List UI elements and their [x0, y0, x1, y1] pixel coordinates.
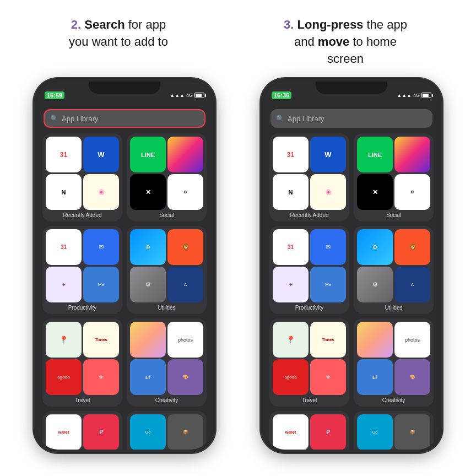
- folder-travel-icons: 📍 Times agoda ✿: [46, 322, 119, 395]
- step2-block: 2. Search for appyou want to add to: [69, 17, 168, 67]
- p2-folder-productivity-label: Productivity: [295, 305, 324, 311]
- p2-icon-lr: Lr: [357, 359, 393, 395]
- p2-icon-mail: ✉: [310, 229, 346, 265]
- phone2-search-icon: 🔍: [276, 115, 284, 122]
- phone2-4g: 4G: [413, 93, 420, 98]
- phone1-battery: [194, 93, 204, 98]
- folder-creativity-label: Creativity: [155, 397, 178, 403]
- phone1-4g: 4G: [186, 93, 193, 98]
- phone1: 15:59 ▲▲▲ 4G 🔍 App Library: [34, 78, 215, 453]
- phone2-screen: 🔍 App Library 31 W N 🌸 Recently Added: [264, 105, 439, 450]
- phone2-time: 16:35: [272, 91, 291, 99]
- phone2-inner: 16:35 ▲▲▲ 4G 🔍 App Library: [264, 82, 439, 450]
- phone2-folder-travel: 📍 Times agoda ✿ Travel: [269, 318, 349, 407]
- icon-threads: ⊗: [167, 174, 203, 210]
- p2-icon-wallet: wallet: [273, 414, 309, 450]
- icon-x: ✕: [130, 174, 166, 210]
- p2-folder-productivity-icons: 31 ✉ ✦ Me: [273, 229, 346, 302]
- phone1-notch: [89, 82, 160, 94]
- phone1-folder-creativity: photos Lr 🎨 Creativity: [127, 318, 207, 407]
- folder-productivity-label: Productivity: [68, 305, 97, 311]
- p2-icon-agoda: agoda: [273, 359, 309, 395]
- p2-folder-creativity-icons: photos Lr 🎨: [357, 322, 430, 395]
- folder-wallet-icons: wallet P ▶ prime video: [46, 414, 119, 450]
- p2-folder-extra-icons: Go 📦 📱 🔲: [357, 414, 430, 450]
- phone2-folder-extra: Go 📦 📱 🔲: [354, 411, 434, 450]
- phone2-battery: [421, 93, 431, 98]
- p2-icon-cal2: 31: [273, 229, 309, 265]
- phone2-folder-recently-added: 31 W N 🌸 Recently Added: [269, 133, 349, 221]
- phone2-app-grid: 31 W N 🌸 Recently Added LINE ✕ ⊗: [264, 131, 439, 450]
- p2-folder-creativity-label: Creativity: [382, 397, 405, 403]
- p2-icon-googlemaps: 📍: [273, 322, 309, 358]
- phone1-status-bar: 15:59 ▲▲▲ 4G: [37, 82, 212, 105]
- icon-googlemaps: 📍: [46, 322, 82, 358]
- phone2-folder-social: LINE ✕ ⊗ Social: [354, 133, 434, 221]
- icon-purple: 🎨: [167, 359, 203, 395]
- p2-icon-airbnb: ✿: [310, 359, 346, 395]
- p2-icon-line: LINE: [357, 137, 393, 172]
- step2-num: 2.: [71, 18, 81, 31]
- phone1-folder-productivity: 31 ✉ ✦ Me Productivity: [42, 226, 122, 314]
- icon-photos: [130, 322, 166, 358]
- phone1-inner: 15:59 ▲▲▲ 4G 🔍 App Library: [37, 82, 212, 450]
- step2-bold: Search: [81, 18, 125, 31]
- instructions-row: 2. Search for appyou want to add to 3. L…: [0, 0, 476, 73]
- icon-wallet: wallet: [46, 414, 82, 450]
- p2-folder-wallet-icons: wallet P ▶ prime video: [273, 414, 346, 450]
- phone1-screen: 🔍 App Library 31 W N 🌸 Recentl: [37, 105, 212, 450]
- icon-star: 🌸: [83, 174, 119, 210]
- folder-recently-added-label: Recently Added: [63, 212, 101, 218]
- p2-icon-purple: 🎨: [394, 359, 430, 395]
- p2-icon-x: ✕: [357, 174, 393, 210]
- phone1-search-wrap: 🔍 App Library: [37, 105, 212, 131]
- p2-icon-notion: N: [273, 174, 309, 210]
- folder-creativity-icons: photos Lr 🎨: [130, 322, 203, 395]
- step3-block: 3. Long-press the appand move to homescr…: [284, 17, 407, 67]
- phone1-time: 15:59: [45, 91, 64, 99]
- phone1-search-bar[interactable]: 🔍 App Library: [44, 109, 205, 128]
- phone2-search-bar[interactable]: 🔍 App Library: [271, 109, 432, 128]
- phone2: 16:35 ▲▲▲ 4G 🔍 App Library: [261, 78, 442, 453]
- icon-photos-app: photos: [167, 322, 203, 358]
- folder-travel-label: Travel: [75, 397, 90, 403]
- p2-icon-star: 🌸: [310, 174, 346, 210]
- icon-times: Times: [83, 322, 119, 358]
- icon-lr: Lr: [130, 359, 166, 395]
- icon-brave: 🦁: [167, 229, 203, 265]
- icon-misc1: 📦: [167, 414, 203, 450]
- phone2-status-right: ▲▲▲ 4G: [397, 93, 431, 98]
- p2-icon-photos: [357, 322, 393, 358]
- phone1-folder-travel: 📍 Times agoda ✿ Travel: [42, 318, 122, 407]
- folder-social-icons: LINE ✕ ⊗: [130, 137, 203, 210]
- p2-icon-word: W: [310, 137, 346, 172]
- phone2-status-bar: 16:35 ▲▲▲ 4G: [264, 82, 439, 105]
- p2-icon-go: Go: [357, 414, 393, 450]
- icon-mail: ✉: [83, 229, 119, 265]
- icon-agoda: agoda: [46, 359, 82, 395]
- icon-safari: ⊕: [130, 229, 166, 265]
- icon-altstore: A: [167, 267, 203, 302]
- phone1-search-text: App Library: [62, 115, 98, 123]
- step3-bold: Long-press: [294, 18, 363, 31]
- p2-folder-social-icons: LINE ✕ ⊗: [357, 137, 430, 210]
- p2-icon-calendar: 31: [273, 137, 309, 172]
- p2-folder-utilities-icons: ⊕ 🦁 ⚙ A: [357, 229, 430, 302]
- icon-craft: ✦: [46, 267, 82, 302]
- phone1-search-icon: 🔍: [50, 115, 58, 122]
- phone2-search-text: App Library: [288, 115, 324, 123]
- p2-icon-misc1: 📦: [394, 414, 430, 450]
- folder-social-label: Social: [159, 212, 174, 218]
- p2-icon-photos-app: photos: [394, 322, 430, 358]
- phone1-folder-wallet: wallet P ▶ prime video: [42, 411, 122, 450]
- p2-folder-utilities-label: Utilities: [385, 305, 402, 311]
- p2-icon-me: Me: [310, 267, 346, 302]
- phone2-search-wrap: 🔍 App Library: [264, 105, 439, 131]
- phone2-folder-creativity: photos Lr 🎨 Creativity: [354, 318, 434, 407]
- icon-paidy: P: [83, 414, 119, 450]
- icon-line: LINE: [130, 137, 166, 172]
- p2-icon-threads: ⊗: [394, 174, 430, 210]
- p2-icon-brave: 🦁: [394, 229, 430, 265]
- phone2-folder-productivity: 31 ✉ ✦ Me Productivity: [269, 226, 349, 314]
- p2-icon-altstore: A: [394, 267, 430, 302]
